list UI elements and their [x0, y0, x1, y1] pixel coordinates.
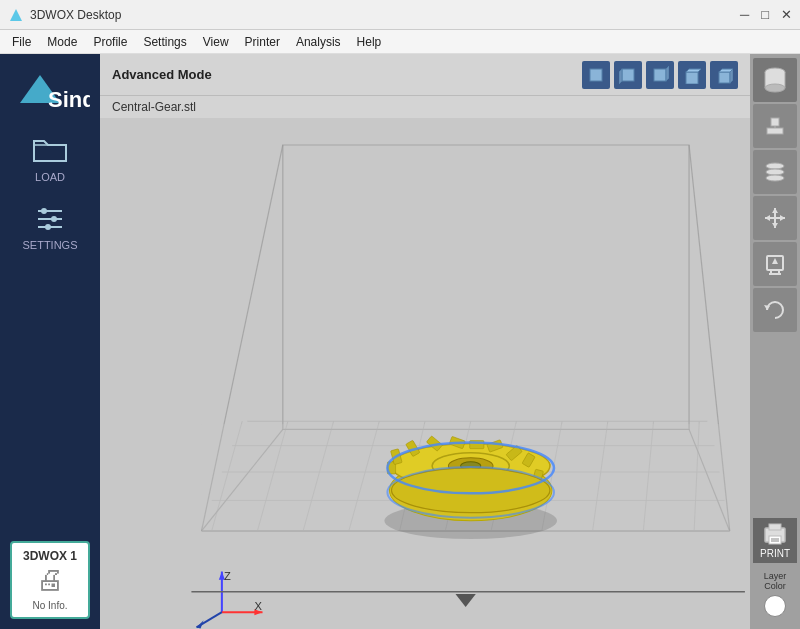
svg-point-74 — [765, 84, 785, 92]
print-icon — [761, 522, 789, 546]
layer-color-label2: Color — [764, 581, 786, 591]
cube-perspective-icon — [715, 66, 733, 84]
toolbar-row: Advanced Mode — [100, 54, 750, 96]
refresh-icon — [763, 298, 787, 322]
view-buttons — [582, 61, 738, 89]
title-controls[interactable]: ─ □ ✕ — [740, 7, 792, 22]
view-perspective-button[interactable] — [710, 61, 738, 89]
svg-point-4 — [41, 208, 47, 214]
menu-bar: File Mode Profile Settings View Printer … — [0, 30, 800, 54]
svg-rect-9 — [590, 69, 602, 81]
svg-marker-88 — [780, 215, 785, 221]
svg-point-6 — [51, 216, 57, 222]
center-content: Advanced Mode — [100, 54, 750, 629]
sliders-svg — [34, 203, 66, 231]
settings-button[interactable]: SETTINGS — [10, 195, 90, 259]
printer-icon: 🖨 — [18, 563, 82, 596]
folder-icon — [32, 135, 68, 169]
menu-help[interactable]: Help — [349, 33, 390, 51]
view-front-button[interactable] — [582, 61, 610, 89]
export-button[interactable] — [753, 242, 797, 286]
app-icon — [8, 7, 24, 23]
menu-analysis[interactable]: Analysis — [288, 33, 349, 51]
layer-color-picker[interactable] — [764, 595, 786, 617]
svg-rect-12 — [654, 69, 666, 81]
right-sidebar: PRINT Layer Color — [750, 54, 800, 629]
svg-marker-87 — [765, 215, 770, 221]
app-title: 3DWOX Desktop — [30, 8, 121, 22]
layer-color-section: Layer Color — [764, 571, 787, 621]
viewport[interactable]: Z X — [100, 118, 750, 629]
close-button[interactable]: ✕ — [781, 7, 792, 22]
svg-marker-86 — [772, 223, 778, 228]
sindoh-logo: Sindoh — [10, 62, 90, 117]
load-button[interactable]: LOAD — [10, 127, 90, 191]
menu-mode[interactable]: Mode — [39, 33, 85, 51]
support-icon — [763, 114, 787, 138]
svg-point-60 — [391, 468, 549, 513]
left-sidebar: Sindoh LOAD — [0, 54, 100, 629]
svg-marker-19 — [283, 145, 689, 429]
bottom-arrow — [455, 594, 475, 607]
export-icon — [763, 252, 787, 276]
stack-icon — [763, 160, 787, 184]
svg-marker-11 — [619, 69, 622, 84]
load-label: LOAD — [35, 171, 65, 183]
mode-label: Advanced Mode — [112, 67, 212, 82]
svg-marker-93 — [772, 258, 778, 264]
maximize-button[interactable]: □ — [761, 7, 769, 22]
minimize-button[interactable]: ─ — [740, 7, 749, 22]
move-icon — [763, 206, 787, 230]
svg-marker-13 — [666, 66, 669, 81]
view-top-button[interactable] — [678, 61, 706, 89]
svg-point-8 — [45, 224, 51, 230]
axis-indicator: Z X — [196, 570, 262, 629]
svg-rect-10 — [622, 69, 634, 81]
menu-profile[interactable]: Profile — [85, 33, 135, 51]
printer-card[interactable]: 3DWOX 1 🖨 No Info. — [10, 541, 90, 619]
view-left-button[interactable] — [614, 61, 642, 89]
svg-rect-14 — [686, 72, 698, 84]
menu-settings[interactable]: Settings — [135, 33, 194, 51]
print-button[interactable]: PRINT — [753, 518, 797, 563]
svg-text:X: X — [254, 600, 262, 612]
menu-printer[interactable]: Printer — [237, 33, 288, 51]
menu-view[interactable]: View — [195, 33, 237, 51]
printer-name: 3DWOX 1 — [18, 549, 82, 563]
folder-svg — [32, 135, 68, 163]
svg-rect-16 — [719, 72, 730, 83]
cube-left-icon — [619, 66, 637, 84]
svg-rect-77 — [771, 118, 779, 126]
menu-file[interactable]: File — [4, 33, 39, 51]
file-label: Central-Gear.stl — [100, 96, 750, 118]
settings-label: SETTINGS — [22, 239, 77, 251]
print-label: PRINT — [755, 548, 795, 559]
move-button[interactable] — [753, 196, 797, 240]
svg-marker-0 — [10, 9, 22, 21]
svg-point-80 — [766, 163, 784, 169]
svg-point-82 — [766, 175, 784, 181]
svg-marker-18 — [730, 69, 733, 83]
cube-right-icon — [651, 66, 669, 84]
layer-color-label: Layer — [764, 571, 787, 581]
svg-rect-96 — [769, 524, 781, 530]
sliders-icon — [34, 203, 66, 237]
infill-button[interactable] — [753, 150, 797, 194]
title-left: 3DWOX Desktop — [8, 7, 121, 23]
svg-rect-97 — [769, 536, 781, 544]
svg-text:Z: Z — [224, 570, 231, 582]
support-button[interactable] — [753, 104, 797, 148]
svg-point-81 — [766, 169, 784, 175]
svg-text:Sindoh: Sindoh — [48, 87, 90, 112]
viewport-svg: Z X — [100, 118, 750, 629]
cube-front-icon — [587, 66, 605, 84]
view-right-button[interactable] — [646, 61, 674, 89]
printer-status: No Info. — [18, 600, 82, 611]
material-button[interactable] — [753, 58, 797, 102]
cylinder-icon — [763, 66, 787, 94]
sindoh-logo-svg: Sindoh — [10, 65, 90, 115]
svg-marker-15 — [686, 69, 701, 72]
refresh-button[interactable] — [753, 288, 797, 332]
title-bar: 3DWOX Desktop ─ □ ✕ — [0, 0, 800, 30]
main-layout: Sindoh LOAD — [0, 54, 800, 629]
